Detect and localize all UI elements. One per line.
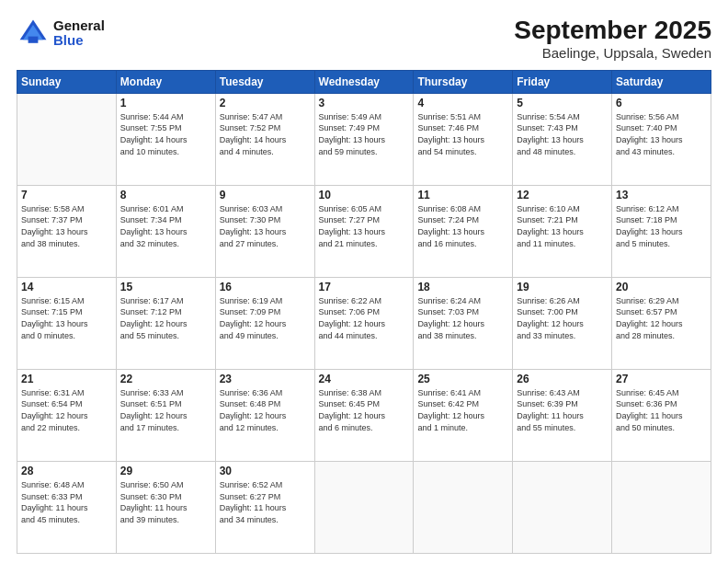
- day-info: Sunrise: 6:29 AM Sunset: 6:57 PM Dayligh…: [616, 295, 707, 341]
- logo: General Blue: [17, 17, 105, 50]
- day-number: 19: [517, 281, 608, 293]
- calendar-cell: 2Sunrise: 5:47 AM Sunset: 7:52 PM Daylig…: [215, 93, 314, 185]
- day-number: 10: [319, 189, 410, 201]
- day-info: Sunrise: 6:15 AM Sunset: 7:15 PM Dayligh…: [21, 295, 112, 341]
- calendar-cell: 5Sunrise: 5:54 AM Sunset: 7:43 PM Daylig…: [513, 93, 612, 185]
- day-info: Sunrise: 6:38 AM Sunset: 6:45 PM Dayligh…: [319, 387, 410, 433]
- calendar-title: September 2025: [514, 17, 711, 45]
- day-number: 5: [517, 97, 608, 109]
- calendar-header-row: SundayMondayTuesdayWednesdayThursdayFrid…: [17, 70, 711, 93]
- day-number: 9: [220, 189, 311, 201]
- day-number: 21: [21, 373, 112, 385]
- calendar-cell: 18Sunrise: 6:24 AM Sunset: 7:03 PM Dayli…: [414, 277, 513, 369]
- calendar-cell: 17Sunrise: 6:22 AM Sunset: 7:06 PM Dayli…: [314, 277, 414, 369]
- day-info: Sunrise: 6:12 AM Sunset: 7:18 PM Dayligh…: [616, 203, 707, 249]
- calendar-cell: 7Sunrise: 5:58 AM Sunset: 7:37 PM Daylig…: [17, 185, 117, 277]
- calendar-cell: [314, 461, 414, 553]
- logo-line1: General: [53, 18, 105, 34]
- calendar-cell: 24Sunrise: 6:38 AM Sunset: 6:45 PM Dayli…: [314, 369, 414, 461]
- calendar-cell: 16Sunrise: 6:19 AM Sunset: 7:09 PM Dayli…: [215, 277, 314, 369]
- logo-icon: [17, 17, 50, 50]
- day-info: Sunrise: 6:05 AM Sunset: 7:27 PM Dayligh…: [319, 203, 410, 249]
- day-number: 26: [517, 373, 608, 385]
- calendar-header-tuesday: Tuesday: [215, 70, 314, 93]
- day-number: 2: [220, 97, 311, 109]
- calendar-cell: 30Sunrise: 6:52 AM Sunset: 6:27 PM Dayli…: [215, 461, 314, 553]
- day-number: 24: [319, 373, 410, 385]
- logo-text: General Blue: [53, 18, 105, 49]
- day-info: Sunrise: 6:45 AM Sunset: 6:36 PM Dayligh…: [616, 387, 707, 433]
- page: General Blue September 2025 Baelinge, Up…: [0, 0, 728, 563]
- day-info: Sunrise: 6:43 AM Sunset: 6:39 PM Dayligh…: [517, 387, 608, 433]
- svg-rect-2: [28, 37, 39, 43]
- calendar-cell: 26Sunrise: 6:43 AM Sunset: 6:39 PM Dayli…: [513, 369, 612, 461]
- calendar-week-4: 21Sunrise: 6:31 AM Sunset: 6:54 PM Dayli…: [17, 369, 711, 461]
- day-info: Sunrise: 6:41 AM Sunset: 6:42 PM Dayligh…: [417, 387, 508, 433]
- day-number: 27: [616, 373, 707, 385]
- day-number: 15: [120, 281, 211, 293]
- calendar-cell: 25Sunrise: 6:41 AM Sunset: 6:42 PM Dayli…: [414, 369, 513, 461]
- day-info: Sunrise: 5:51 AM Sunset: 7:46 PM Dayligh…: [417, 111, 508, 157]
- calendar-cell: 6Sunrise: 5:56 AM Sunset: 7:40 PM Daylig…: [612, 93, 711, 185]
- logo-line2: Blue: [53, 33, 105, 49]
- day-info: Sunrise: 5:58 AM Sunset: 7:37 PM Dayligh…: [21, 203, 112, 249]
- day-info: Sunrise: 6:03 AM Sunset: 7:30 PM Dayligh…: [220, 203, 311, 249]
- day-number: 25: [417, 373, 508, 385]
- calendar-cell: 8Sunrise: 6:01 AM Sunset: 7:34 PM Daylig…: [116, 185, 215, 277]
- calendar-cell: 23Sunrise: 6:36 AM Sunset: 6:48 PM Dayli…: [215, 369, 314, 461]
- day-number: 6: [616, 97, 707, 109]
- calendar-cell: 28Sunrise: 6:48 AM Sunset: 6:33 PM Dayli…: [17, 461, 117, 553]
- day-number: 11: [417, 189, 508, 201]
- day-info: Sunrise: 6:33 AM Sunset: 6:51 PM Dayligh…: [120, 387, 211, 433]
- calendar-cell: [612, 461, 711, 553]
- calendar-week-5: 28Sunrise: 6:48 AM Sunset: 6:33 PM Dayli…: [17, 461, 711, 553]
- calendar-week-2: 7Sunrise: 5:58 AM Sunset: 7:37 PM Daylig…: [17, 185, 711, 277]
- calendar-header-thursday: Thursday: [414, 70, 513, 93]
- day-number: 3: [319, 97, 410, 109]
- day-info: Sunrise: 6:19 AM Sunset: 7:09 PM Dayligh…: [220, 295, 311, 341]
- calendar-cell: 1Sunrise: 5:44 AM Sunset: 7:55 PM Daylig…: [116, 93, 215, 185]
- day-number: 16: [220, 281, 311, 293]
- calendar-cell: 9Sunrise: 6:03 AM Sunset: 7:30 PM Daylig…: [215, 185, 314, 277]
- calendar-header-wednesday: Wednesday: [314, 70, 414, 93]
- calendar-cell: 10Sunrise: 6:05 AM Sunset: 7:27 PM Dayli…: [314, 185, 414, 277]
- day-info: Sunrise: 5:47 AM Sunset: 7:52 PM Dayligh…: [220, 111, 311, 157]
- day-info: Sunrise: 5:54 AM Sunset: 7:43 PM Dayligh…: [517, 111, 608, 157]
- day-number: 22: [120, 373, 211, 385]
- title-block: September 2025 Baelinge, Uppsala, Sweden: [514, 17, 711, 61]
- day-number: 1: [120, 97, 211, 109]
- calendar-header-sunday: Sunday: [17, 70, 117, 93]
- calendar-cell: [513, 461, 612, 553]
- day-number: 29: [120, 465, 211, 477]
- calendar-header-saturday: Saturday: [612, 70, 711, 93]
- day-number: 18: [417, 281, 508, 293]
- day-info: Sunrise: 6:24 AM Sunset: 7:03 PM Dayligh…: [417, 295, 508, 341]
- calendar-cell: 15Sunrise: 6:17 AM Sunset: 7:12 PM Dayli…: [116, 277, 215, 369]
- calendar-cell: 11Sunrise: 6:08 AM Sunset: 7:24 PM Dayli…: [414, 185, 513, 277]
- calendar-cell: 13Sunrise: 6:12 AM Sunset: 7:18 PM Dayli…: [612, 185, 711, 277]
- calendar-subtitle: Baelinge, Uppsala, Sweden: [514, 45, 711, 61]
- calendar-cell: 29Sunrise: 6:50 AM Sunset: 6:30 PM Dayli…: [116, 461, 215, 553]
- day-info: Sunrise: 6:10 AM Sunset: 7:21 PM Dayligh…: [517, 203, 608, 249]
- day-info: Sunrise: 6:22 AM Sunset: 7:06 PM Dayligh…: [319, 295, 410, 341]
- day-number: 28: [21, 465, 112, 477]
- calendar-table: SundayMondayTuesdayWednesdayThursdayFrid…: [17, 70, 711, 554]
- calendar-cell: [17, 93, 117, 185]
- calendar-cell: 20Sunrise: 6:29 AM Sunset: 6:57 PM Dayli…: [612, 277, 711, 369]
- day-number: 30: [220, 465, 311, 477]
- day-number: 13: [616, 189, 707, 201]
- calendar-header-monday: Monday: [116, 70, 215, 93]
- day-info: Sunrise: 6:48 AM Sunset: 6:33 PM Dayligh…: [21, 479, 112, 525]
- day-number: 14: [21, 281, 112, 293]
- day-number: 23: [220, 373, 311, 385]
- day-info: Sunrise: 6:26 AM Sunset: 7:00 PM Dayligh…: [517, 295, 608, 341]
- calendar-header-friday: Friday: [513, 70, 612, 93]
- calendar-cell: 3Sunrise: 5:49 AM Sunset: 7:49 PM Daylig…: [314, 93, 414, 185]
- calendar-cell: 4Sunrise: 5:51 AM Sunset: 7:46 PM Daylig…: [414, 93, 513, 185]
- calendar-cell: [414, 461, 513, 553]
- day-number: 7: [21, 189, 112, 201]
- day-info: Sunrise: 6:08 AM Sunset: 7:24 PM Dayligh…: [417, 203, 508, 249]
- day-info: Sunrise: 6:01 AM Sunset: 7:34 PM Dayligh…: [120, 203, 211, 249]
- day-number: 20: [616, 281, 707, 293]
- calendar-cell: 19Sunrise: 6:26 AM Sunset: 7:00 PM Dayli…: [513, 277, 612, 369]
